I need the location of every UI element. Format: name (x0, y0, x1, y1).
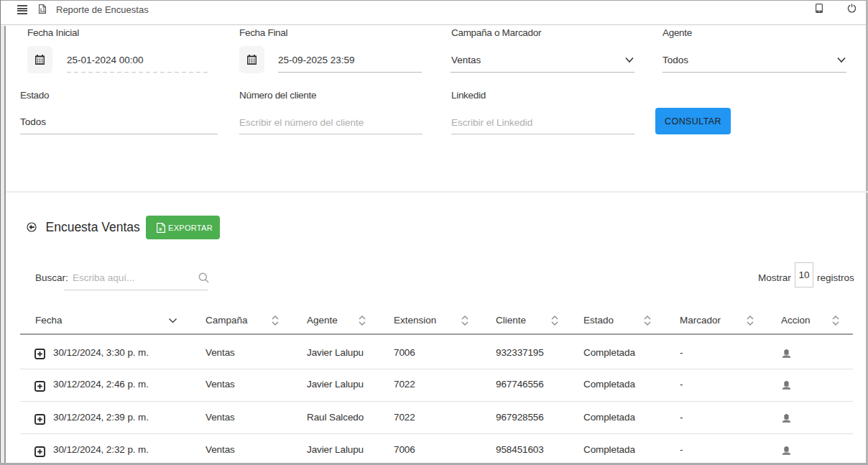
svg-text:x: x (159, 225, 162, 231)
